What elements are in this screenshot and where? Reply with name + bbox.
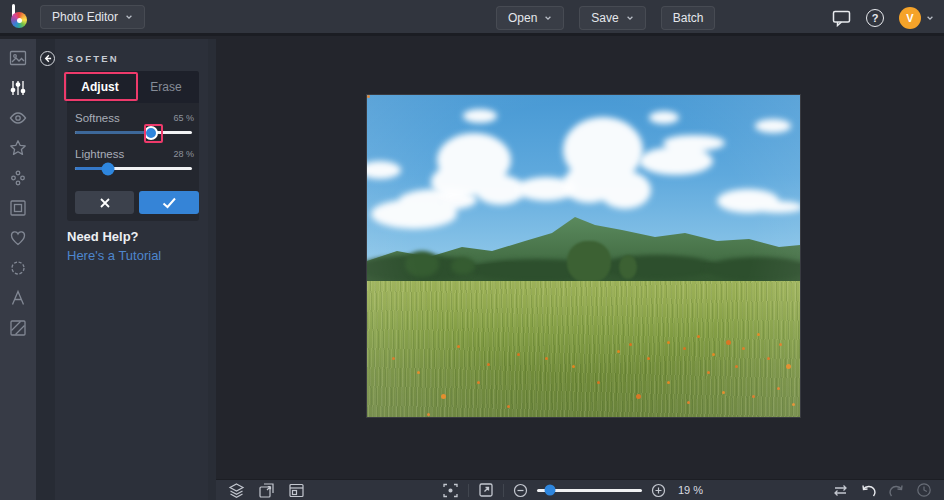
scallop-badge-icon xyxy=(9,259,27,277)
history-button[interactable] xyxy=(916,482,932,498)
panel-scroll-gutter[interactable] xyxy=(208,39,216,500)
zoom-in-icon xyxy=(651,483,666,498)
panels-icon xyxy=(288,482,305,499)
help-icon[interactable]: ? xyxy=(866,9,884,27)
redo-button[interactable] xyxy=(888,483,905,498)
lightness-value: 28 % xyxy=(173,149,194,159)
tab-row: Adjust Erase xyxy=(67,71,199,103)
close-icon xyxy=(99,197,111,209)
zoom-level: 19 % xyxy=(678,484,703,496)
tool-rail xyxy=(0,39,36,500)
logo-rainbow-bowl xyxy=(11,12,27,28)
save-button[interactable]: Save xyxy=(579,6,645,30)
full-view-button[interactable] xyxy=(478,482,494,498)
divider xyxy=(503,484,504,497)
apply-button[interactable] xyxy=(139,191,199,214)
lightness-slider-thumb[interactable] xyxy=(101,162,114,175)
zoom-slider-thumb[interactable] xyxy=(544,485,555,496)
cloud xyxy=(463,109,497,123)
photo-field xyxy=(367,281,800,417)
rail-item-effects[interactable] xyxy=(0,103,36,133)
rail-item-frames[interactable] xyxy=(0,193,36,223)
rail-item-adjust[interactable] xyxy=(0,73,36,103)
befunky-logo[interactable] xyxy=(9,4,31,29)
cancel-button[interactable] xyxy=(75,191,134,214)
transform-button[interactable] xyxy=(258,482,275,499)
workspace xyxy=(216,39,944,479)
zoom-slider[interactable] xyxy=(537,489,642,492)
tab-erase-label: Erase xyxy=(150,80,181,94)
softness-slider[interactable] xyxy=(75,131,192,134)
chevron-down-icon xyxy=(125,13,133,21)
tab-adjust[interactable]: Adjust xyxy=(67,71,133,103)
account-menu[interactable]: V xyxy=(899,7,934,29)
chevron-down-icon xyxy=(626,14,634,22)
rail-item-text[interactable] xyxy=(0,283,36,313)
rail-item-artsy[interactable] xyxy=(0,133,36,163)
field-tree-small xyxy=(619,255,637,279)
soften-card: Adjust Erase Softness 65 % Lightness 28 … xyxy=(67,71,199,221)
treeline xyxy=(597,255,717,279)
text-icon xyxy=(9,289,27,307)
rail-item-textures[interactable] xyxy=(0,313,36,343)
bottom-bar: 19 % xyxy=(216,479,944,500)
dots-icon xyxy=(9,169,27,187)
grass-texture xyxy=(367,281,800,417)
treeline xyxy=(705,257,800,281)
back-button[interactable] xyxy=(40,51,55,66)
help-glyph: ? xyxy=(872,12,879,24)
bush xyxy=(405,251,439,277)
heart-icon xyxy=(9,229,27,247)
zoom-out-button[interactable] xyxy=(513,483,528,498)
chat-bubble-icon[interactable] xyxy=(832,9,851,27)
rail-item-overlays[interactable] xyxy=(0,253,36,283)
rail-item-edit[interactable] xyxy=(0,43,36,73)
cloud xyxy=(563,117,643,183)
lightness-slider[interactable] xyxy=(75,167,192,170)
softness-slider-thumb[interactable] xyxy=(144,126,158,140)
app-menu-label: Photo Editor xyxy=(52,10,118,24)
rail-item-graphics[interactable] xyxy=(0,223,36,253)
need-help-heading: Need Help? xyxy=(67,229,139,244)
topbar-actions: Open Save Batch xyxy=(496,6,715,30)
panel-back-strip xyxy=(36,39,55,500)
app-menu-button[interactable]: Photo Editor xyxy=(40,5,145,29)
topbar-right: ? V xyxy=(832,0,934,36)
texture-icon xyxy=(9,319,27,337)
open-button[interactable]: Open xyxy=(496,6,564,30)
tab-adjust-label: Adjust xyxy=(81,80,118,94)
avatar[interactable]: V xyxy=(899,7,921,29)
star-icon xyxy=(9,139,27,157)
softness-slider-fill xyxy=(75,131,151,134)
compare-icon xyxy=(832,483,849,498)
cloud xyxy=(755,119,791,133)
batch-button[interactable]: Batch xyxy=(661,6,716,30)
bottombar-zoom-group: 19 % xyxy=(442,480,703,500)
wildflowers xyxy=(367,95,370,98)
fit-screen-button[interactable] xyxy=(442,482,459,499)
undo-button[interactable] xyxy=(860,483,877,498)
compare-button[interactable] xyxy=(832,483,849,498)
layers-button[interactable] xyxy=(228,482,245,499)
zoom-in-button[interactable] xyxy=(651,483,666,498)
adjust-sliders-icon xyxy=(9,79,27,97)
top-bar: Photo Editor Open Save Batch ? V xyxy=(0,0,944,36)
panel-title: SOFTEN xyxy=(67,53,119,64)
bush xyxy=(451,257,475,275)
cloud xyxy=(437,133,511,187)
photo-canvas[interactable] xyxy=(367,95,800,417)
tutorial-link[interactable]: Here's a Tutorial xyxy=(67,248,161,263)
open-label: Open xyxy=(508,11,537,25)
bottombar-left-group xyxy=(228,480,305,500)
cloud xyxy=(639,147,713,175)
panels-button[interactable] xyxy=(288,482,305,499)
save-label: Save xyxy=(591,11,618,25)
avatar-initial: V xyxy=(906,12,913,24)
frame-icon xyxy=(9,199,27,217)
soften-panel: SOFTEN Adjust Erase Softness 65 % Lightn… xyxy=(36,39,216,500)
tab-erase[interactable]: Erase xyxy=(133,71,199,103)
layers-icon xyxy=(228,482,245,499)
batch-label: Batch xyxy=(673,11,704,25)
bottombar-history-group xyxy=(832,480,932,500)
rail-item-touchup[interactable] xyxy=(0,163,36,193)
